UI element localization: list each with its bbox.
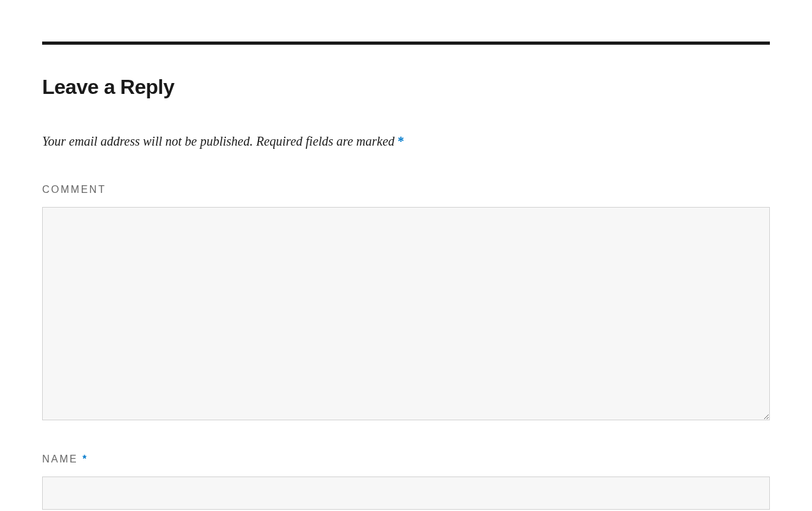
notice-text: Your email address will not be published… bbox=[42, 134, 398, 148]
name-label-text: NAME bbox=[42, 454, 82, 464]
reply-form-container: Leave a Reply Your email address will no… bbox=[42, 0, 770, 510]
name-required-marker: * bbox=[82, 454, 88, 464]
comment-label: COMMENT bbox=[42, 184, 770, 195]
comment-textarea[interactable] bbox=[42, 207, 770, 420]
name-label: NAME * bbox=[42, 454, 770, 465]
section-divider bbox=[42, 42, 770, 45]
name-input[interactable] bbox=[42, 477, 770, 510]
email-notice: Your email address will not be published… bbox=[42, 134, 770, 149]
reply-heading: Leave a Reply bbox=[42, 75, 770, 99]
comment-label-text: COMMENT bbox=[42, 184, 106, 195]
required-marker-icon: * bbox=[398, 134, 404, 148]
